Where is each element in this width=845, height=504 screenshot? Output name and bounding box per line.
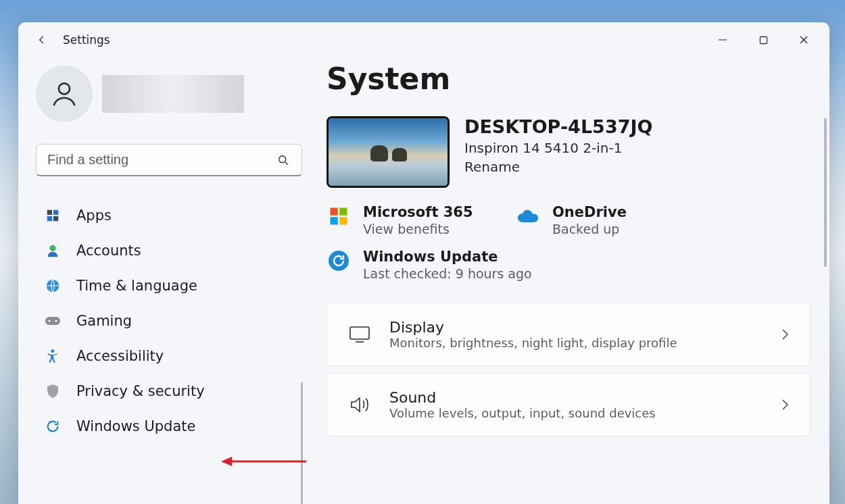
minimize-button[interactable]: [702, 26, 743, 53]
sidebar-item-label: Accessibility: [76, 348, 164, 364]
svg-rect-7: [47, 210, 52, 215]
rename-link[interactable]: Rename: [464, 159, 652, 175]
svg-rect-19: [331, 217, 338, 224]
back-arrow-icon: [35, 33, 49, 47]
windows-update-tile[interactable]: Windows Update Last checked: 9 hours ago: [327, 249, 770, 281]
svg-rect-8: [53, 210, 58, 215]
minimize-icon: [718, 35, 727, 45]
svg-point-16: [51, 349, 55, 353]
svg-rect-13: [45, 317, 60, 325]
sidebar-item-label: Accounts: [76, 243, 141, 259]
close-button[interactable]: [783, 26, 824, 53]
sidebar-item-apps[interactable]: Apps: [36, 198, 302, 233]
search-icon: [276, 153, 290, 167]
svg-rect-1: [760, 36, 767, 43]
device-name: DESKTOP-4L537JQ: [464, 116, 652, 137]
chevron-right-icon: [780, 397, 790, 412]
microsoft-logo-icon: [327, 204, 351, 228]
main-content: System DESKTOP-4L537JQ Inspiron 14 5410 …: [302, 57, 829, 504]
profile-block[interactable]: [36, 66, 302, 122]
titlebar: Settings: [18, 22, 829, 57]
update-sync-icon: [327, 249, 351, 273]
svg-point-14: [48, 320, 50, 322]
cloud-sub: View benefits: [363, 222, 473, 236]
svg-line-6: [285, 162, 288, 165]
onedrive-tile[interactable]: OneDrive Backed up: [516, 204, 665, 236]
device-info-block: DESKTOP-4L537JQ Inspiron 14 5410 2-in-1 …: [327, 116, 811, 188]
apps-icon: [44, 207, 62, 224]
user-name-placeholder: [102, 75, 244, 113]
shield-icon: [44, 382, 62, 400]
svg-point-11: [49, 245, 55, 251]
cloud-sub: Backed up: [552, 222, 627, 236]
cloud-sub: Last checked: 9 hours ago: [363, 266, 532, 281]
card-title: Sound: [389, 389, 780, 406]
chevron-right-icon: [780, 327, 790, 342]
svg-rect-22: [350, 327, 369, 339]
sidebar-item-label: Apps: [76, 207, 112, 224]
sidebar-item-privacy-security[interactable]: Privacy & security: [36, 374, 302, 409]
svg-rect-18: [339, 208, 347, 216]
cloud-title: Windows Update: [363, 249, 532, 265]
sound-settings-card[interactable]: Sound Volume levels, output, input, soun…: [327, 373, 811, 436]
search-input[interactable]: [36, 144, 302, 176]
svg-point-15: [55, 320, 57, 322]
svg-point-4: [59, 83, 70, 94]
maximize-icon: [759, 36, 768, 45]
svg-rect-17: [331, 208, 338, 216]
close-icon: [799, 35, 808, 45]
maximize-button[interactable]: [743, 26, 783, 53]
sidebar-item-label: Privacy & security: [76, 383, 205, 399]
svg-rect-20: [339, 217, 347, 224]
svg-point-21: [329, 251, 349, 271]
display-icon: [347, 322, 372, 347]
time-language-icon: [44, 277, 62, 295]
sidebar-item-time-language[interactable]: Time & language: [36, 268, 302, 303]
svg-rect-9: [47, 216, 52, 221]
avatar: [36, 66, 93, 122]
page-title: System: [327, 61, 811, 96]
nav-list: Apps Accounts Time & language: [36, 198, 302, 444]
main-scrollbar[interactable]: [824, 118, 827, 267]
accessibility-icon: [44, 347, 62, 365]
sidebar-item-gaming[interactable]: Gaming: [36, 303, 302, 338]
card-sub: Monitors, brightness, night light, displ…: [389, 336, 780, 350]
sidebar-item-label: Gaming: [76, 313, 132, 329]
back-button[interactable]: [30, 28, 53, 51]
cloud-title: Microsoft 365: [363, 204, 473, 220]
sidebar-item-windows-update[interactable]: Windows Update: [36, 409, 302, 444]
microsoft-365-tile[interactable]: Microsoft 365 View benefits: [327, 204, 475, 236]
svg-point-5: [279, 156, 286, 163]
sidebar-item-label: Windows Update: [76, 418, 195, 434]
settings-window: Settings: [18, 22, 829, 504]
onedrive-icon: [516, 204, 540, 228]
accounts-icon: [44, 242, 62, 259]
sidebar: Apps Accounts Time & language: [18, 57, 302, 504]
wallpaper-preview: [329, 118, 448, 186]
gaming-icon: [44, 312, 62, 330]
display-settings-card[interactable]: Display Monitors, brightness, night ligh…: [327, 303, 811, 366]
cloud-title: OneDrive: [552, 204, 627, 220]
window-controls: [702, 26, 824, 53]
sidebar-item-accessibility[interactable]: Accessibility: [36, 338, 302, 374]
windows-update-icon: [44, 418, 62, 435]
svg-rect-10: [53, 216, 58, 221]
sidebar-item-label: Time & language: [76, 278, 197, 294]
card-sub: Volume levels, output, input, sound devi…: [389, 406, 780, 420]
person-icon: [49, 78, 80, 109]
desktop-thumbnail[interactable]: [327, 116, 450, 188]
app-title: Settings: [63, 33, 110, 47]
sidebar-item-accounts[interactable]: Accounts: [36, 233, 302, 268]
device-model: Inspiron 14 5410 2-in-1: [464, 140, 652, 156]
sound-icon: [347, 393, 372, 417]
card-title: Display: [389, 319, 780, 336]
